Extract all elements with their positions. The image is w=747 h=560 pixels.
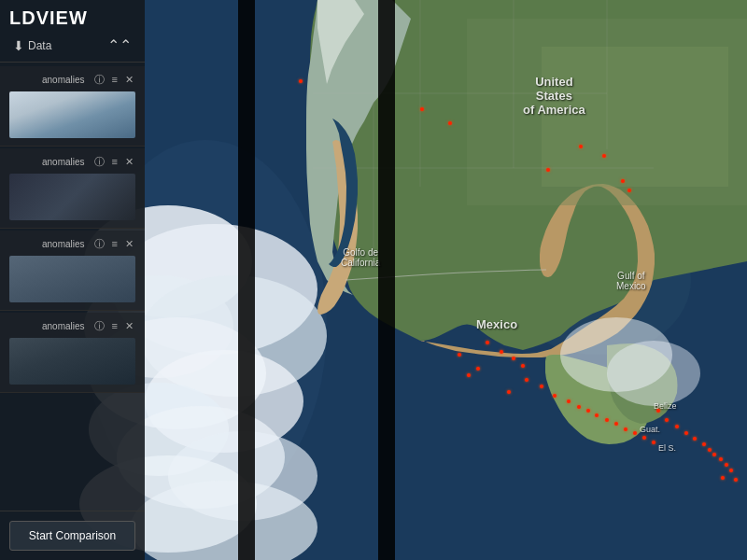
layer-item-3: anomalies ⓘ ≡ ✕: [0, 231, 145, 311]
layer-1-thumbnail: [9, 91, 135, 138]
layer-3-name: anomalies: [9, 239, 89, 249]
download-icon: ⬇: [13, 38, 24, 53]
start-comparison-button[interactable]: Start Comparison: [9, 521, 135, 551]
layer-3-thumbnail: [9, 256, 135, 302]
layer-2-thumbnail: [9, 174, 135, 220]
chevron-up-icon: ⌃⌃: [107, 36, 132, 54]
layer-2-close-button[interactable]: ✕: [123, 156, 135, 168]
data-label: Data: [28, 39, 51, 52]
layer-4-thumbnail: [9, 338, 135, 385]
layer-1-close-button[interactable]: ✕: [123, 74, 135, 86]
layer-1-menu-button[interactable]: ≡: [110, 74, 120, 86]
sidebar: LDVIEW ⬇ Data ⌃⌃ anomalies ⓘ ≡ ✕: [0, 0, 145, 560]
svg-rect-16: [542, 47, 728, 187]
layer-4-close-button[interactable]: ✕: [123, 320, 135, 332]
layer-1-info-button[interactable]: ⓘ: [92, 74, 106, 86]
layer-3-close-button[interactable]: ✕: [123, 238, 135, 250]
layer-2-menu-button[interactable]: ≡: [110, 156, 120, 168]
layer-item-2: anomalies ⓘ ≡ ✕: [0, 148, 145, 229]
toolbar-row: ⬇ Data ⌃⌃: [9, 35, 135, 56]
layer-3-info-button[interactable]: ⓘ: [92, 238, 106, 250]
data-button[interactable]: ⬇ Data: [9, 36, 55, 55]
sidebar-header: LDVIEW ⬇ Data ⌃⌃: [0, 0, 145, 63]
layer-4-info-button[interactable]: ⓘ: [92, 320, 106, 332]
layer-2-info-button[interactable]: ⓘ: [92, 156, 106, 168]
app-title: LDVIEW: [9, 7, 135, 29]
layer-2-name: anomalies: [9, 157, 89, 167]
layers-list: anomalies ⓘ ≡ ✕ anomalies ⓘ ≡ ✕ anomalie…: [0, 63, 145, 511]
sensor-stripe-2: [378, 0, 395, 560]
sidebar-footer: Start Comparison: [0, 511, 145, 560]
layer-item-4: anomalies ⓘ ≡ ✕: [0, 313, 145, 393]
sensor-stripe-1: [238, 0, 255, 560]
layer-4-name: anomalies: [9, 321, 89, 331]
layer-1-name: anomalies: [9, 75, 89, 85]
svg-point-24: [607, 341, 700, 406]
layer-item-1: anomalies ⓘ ≡ ✕: [0, 66, 145, 147]
layer-3-menu-button[interactable]: ≡: [110, 238, 120, 250]
collapse-button[interactable]: ⌃⌃: [104, 35, 135, 56]
layer-4-menu-button[interactable]: ≡: [110, 320, 120, 332]
